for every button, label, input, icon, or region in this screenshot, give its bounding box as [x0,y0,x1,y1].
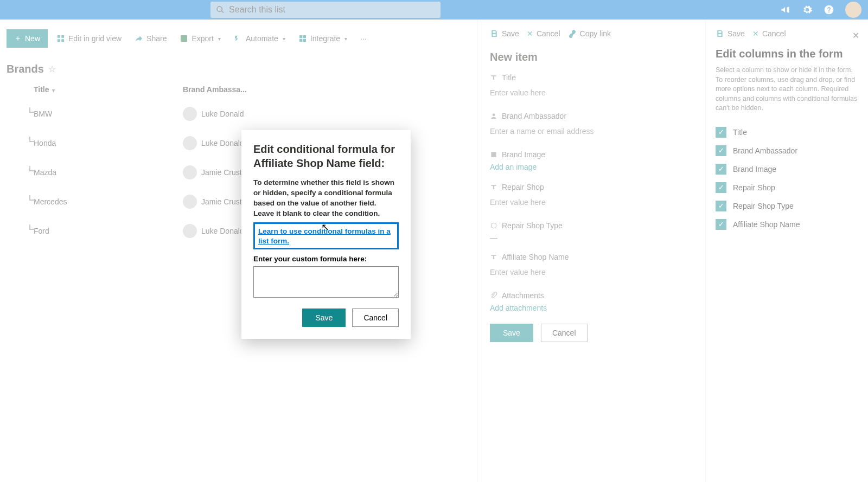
conditional-formula-modal: Edit conditional formula for Affiliate S… [241,130,411,339]
modal-title: Edit conditional formula for Affiliate S… [253,142,399,170]
learn-link[interactable]: Learn to use conditional formulas in a l… [258,227,391,245]
formula-input[interactable] [253,266,399,298]
learn-link-highlight: Learn to use conditional formulas in a l… [253,222,399,249]
formula-label: Enter your custom formula here: [253,255,399,263]
modal-cancel-button[interactable]: Cancel [352,309,399,327]
modal-overlay [0,0,868,482]
modal-body: To determine whether this field is shown… [253,178,399,219]
modal-save-button[interactable]: Save [302,309,346,327]
